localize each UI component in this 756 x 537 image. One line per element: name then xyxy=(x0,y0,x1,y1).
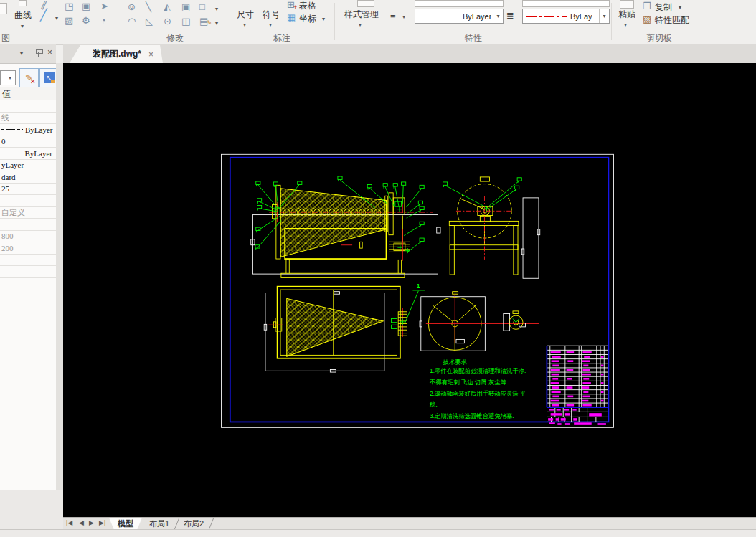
bom-text-blobs xyxy=(548,351,606,425)
offset-icon[interactable]: ▣ xyxy=(181,2,190,11)
document-tab-title: 装配图.dwg* xyxy=(93,48,141,60)
layer-list-icon[interactable]: ≡ xyxy=(390,11,396,20)
lineweight-icon[interactable]: ≣ xyxy=(506,11,514,20)
clipped-combo-2[interactable] xyxy=(522,0,610,7)
line-dropdown-icon[interactable]: ▾ xyxy=(55,15,58,22)
property-row[interactable]: ByLayer xyxy=(0,148,56,160)
property-row[interactable]: 200 xyxy=(0,242,56,255)
red-x-icon: ✕ xyxy=(30,78,36,85)
last-sheet-icon[interactable]: ▶| xyxy=(99,519,105,526)
curve-dropdown-icon[interactable]: ▾ xyxy=(21,23,24,29)
palette-menu-icon[interactable]: ▾ xyxy=(20,50,23,57)
match-properties-button[interactable]: 特性匹配 xyxy=(655,14,689,27)
edit-delete-button[interactable]: ✎ ✕ xyxy=(19,68,39,87)
mirror-icon[interactable]: ◭ xyxy=(164,2,171,11)
hatch-icon[interactable]: ▨ xyxy=(65,16,73,25)
array-icon[interactable]: ◫ xyxy=(181,16,190,26)
panel-label-clipboard: 剪切板 xyxy=(613,32,706,44)
linetype2-sample xyxy=(526,16,567,17)
rectangle-tool-icon[interactable]: □ xyxy=(199,2,205,11)
property-row[interactable] xyxy=(0,255,56,267)
prev-sheet-icon[interactable]: ◀ xyxy=(79,519,84,526)
line-tool-icon[interactable]: ╱ xyxy=(40,9,47,21)
property-row[interactable] xyxy=(0,266,56,278)
panel-label-annotate: 标注 xyxy=(231,32,333,44)
tech-line-5: 3.定期清洗筛选圆锥台避免堵塞. xyxy=(430,412,514,419)
property-row[interactable]: 0 xyxy=(0,136,56,148)
document-tab[interactable]: 装配图.dwg* × xyxy=(70,45,163,63)
rotate-icon[interactable]: ⊙ xyxy=(164,16,171,26)
property-row[interactable]: 800 xyxy=(0,231,56,243)
layout-tab-bar: |◀ ◀ ▶ ▶| 模型 布局1 布局2 xyxy=(63,517,756,530)
copy-object-icon[interactable]: ⊚ xyxy=(128,2,136,11)
panel-label-modify: 修改 xyxy=(122,32,228,44)
table-button[interactable]: 表格 xyxy=(299,0,316,12)
property-row[interactable]: 线 xyxy=(0,113,56,125)
linetype2-combo[interactable]: ByLay ▾ xyxy=(522,9,610,24)
property-row[interactable] xyxy=(0,100,56,113)
linetype-combo[interactable]: ByLayer ▾ xyxy=(415,9,504,24)
gear-icon[interactable]: ⚙ xyxy=(82,16,90,25)
tab-layout2[interactable]: 布局2 xyxy=(178,518,209,530)
next-sheet-icon[interactable]: ▶ xyxy=(89,519,94,526)
tech-requirements: 技术要求 1.零件在装配前必须清理和清洗干净. 不得有毛刺 飞边 切屑 灰尘等.… xyxy=(429,358,526,420)
property-row[interactable] xyxy=(0,195,56,207)
palette-combo-arrow-icon: ▾ xyxy=(9,75,11,81)
modify-row2-dropdown-icon[interactable]: ▾ xyxy=(215,20,218,27)
panel-label-draw: 图 xyxy=(0,32,20,44)
drawing-canvas[interactable]: 1 技术要求 1.零件在装配前必须清理和清洗干净. 不得有毛刺 飞边 切屑 灰尘… xyxy=(63,63,756,517)
property-row[interactable]: 25 xyxy=(0,184,56,196)
palette-footer xyxy=(0,490,63,530)
property-grid: 线ByLayer0ByLayeryLayerdard25自定义800200 xyxy=(0,100,56,278)
coordinate-button[interactable]: 坐标 xyxy=(299,13,316,25)
section-label-text: 1 xyxy=(417,282,420,290)
curve-button[interactable]: 曲线 xyxy=(9,9,37,22)
linetype-sample xyxy=(419,16,459,16)
dimension-button[interactable]: 尺寸 xyxy=(234,9,257,21)
clipped-color-combo[interactable] xyxy=(415,0,504,7)
pie-icon[interactable]: ◔ xyxy=(100,16,106,25)
copy-dropdown-icon[interactable]: ▾ xyxy=(679,4,681,11)
first-sheet-icon[interactable]: |◀ xyxy=(66,519,72,526)
style-manager-dropdown-icon[interactable]: ▾ xyxy=(359,22,362,28)
dimension-dropdown-icon[interactable]: ▾ xyxy=(243,22,246,28)
tech-line-4: 稳. xyxy=(429,401,438,408)
pin-icon[interactable] xyxy=(35,49,42,56)
status-bar xyxy=(0,529,756,537)
pencil-icon: ✎ xyxy=(207,20,212,27)
clipped-tool-icon[interactable] xyxy=(0,3,7,14)
paste-button[interactable]: 粘贴 xyxy=(613,9,641,21)
property-row[interactable]: yLayer xyxy=(0,160,56,172)
style-manager-button[interactable]: 样式管理 xyxy=(339,9,384,21)
property-row[interactable] xyxy=(0,219,56,231)
scale-icon[interactable]: ◺ xyxy=(146,16,153,26)
wheel-view xyxy=(420,292,539,351)
block-icon[interactable]: ▣ xyxy=(82,1,90,11)
region-icon[interactable]: ◳ xyxy=(65,1,73,11)
copy-icon: ❐ xyxy=(643,1,651,11)
spline-icon[interactable]: ➤ xyxy=(100,1,108,11)
symbol-dropdown-icon[interactable]: ▾ xyxy=(269,22,272,28)
trim-icon[interactable]: ╲ xyxy=(146,2,151,11)
layer-dropdown-icon[interactable]: ▾ xyxy=(402,14,405,20)
palette-close-icon[interactable]: × xyxy=(47,47,52,57)
copy-button[interactable]: 复制 xyxy=(655,1,672,14)
paste-dropdown-icon[interactable]: ▾ xyxy=(624,22,627,28)
symbol-button[interactable]: 符号 xyxy=(260,9,283,21)
palette-combo[interactable]: ▾ xyxy=(0,70,16,85)
property-row[interactable]: 自定义 xyxy=(0,207,56,219)
table-plus-icon: + xyxy=(293,4,297,11)
tech-line-3: 2.滚动轴承装好后用手转动应灵活 平 xyxy=(430,390,526,397)
modify-row1-dropdown-icon[interactable]: ▾ xyxy=(215,6,218,12)
document-tab-close-icon[interactable]: × xyxy=(148,49,153,60)
linetype-combo-arrow-icon[interactable]: ▾ xyxy=(493,9,503,23)
front-view xyxy=(251,185,440,277)
coordinate-dropdown-icon[interactable]: ▾ xyxy=(322,16,325,22)
fillet-icon[interactable]: ◠ xyxy=(128,16,136,26)
property-row[interactable]: ByLayer xyxy=(0,124,56,136)
ribbon: 曲线 ▾ ∥ ╱ ▾ ◳ ▣ ➤ ▨ ⚙ ◔ 图 ⊚ ╲ ◭ ▣ □ ▾ ◠ ◺… xyxy=(0,0,756,45)
tab-model[interactable]: 模型 xyxy=(109,518,142,530)
tab-layout1[interactable]: 布局1 xyxy=(143,518,175,530)
linetype2-combo-arrow-icon[interactable]: ▾ xyxy=(599,9,609,23)
property-row[interactable]: dard xyxy=(0,171,56,184)
